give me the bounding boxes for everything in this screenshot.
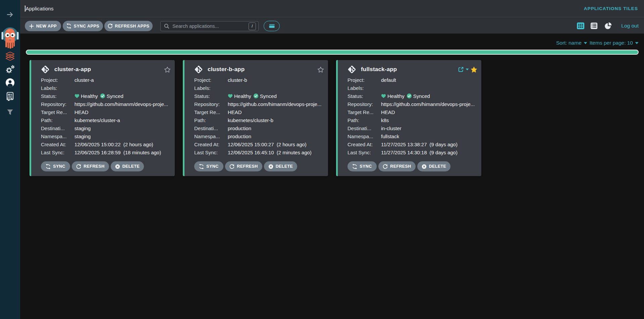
card-field-row: Target Re... HEAD xyxy=(41,108,170,116)
app-name[interactable]: cluster-b-app xyxy=(208,66,245,73)
external-link-icon[interactable] xyxy=(458,66,464,72)
refresh-button[interactable]: REFRESH xyxy=(378,161,416,171)
sort-dropdown[interactable]: Sort: name xyxy=(556,40,587,46)
field-label: Target Re... xyxy=(41,109,74,115)
card-field-row: Destinati... in-cluster xyxy=(347,124,477,132)
field-value: 12/06/2025 15:00:27(2 hours ago) xyxy=(228,142,307,147)
search-input[interactable] xyxy=(172,23,249,29)
button-label: SYNC xyxy=(53,164,65,169)
field-label: Created At: xyxy=(347,142,381,147)
button-label: DELETE xyxy=(429,164,446,169)
card-header: cluster-b-app xyxy=(194,65,324,74)
summary-pie-icon[interactable] xyxy=(604,22,612,30)
items-per-page-dropdown[interactable]: Items per page: 10 xyxy=(590,40,639,46)
field-value: HEAD xyxy=(381,109,395,115)
refresh-apps-label: REFRESH APPS xyxy=(115,24,150,29)
button-label: SYNC xyxy=(206,164,218,169)
sidebar-item-docs[interactable]: ? xyxy=(6,92,15,101)
application-card[interactable]: fullstack-app Project: default Labels: S… xyxy=(336,60,481,176)
list-view-icon[interactable] xyxy=(590,22,598,30)
delete-button[interactable]: DELETE xyxy=(417,161,450,171)
field-label: Target Re... xyxy=(194,109,228,115)
field-value: staging xyxy=(74,125,91,131)
sync-check-icon xyxy=(253,93,259,99)
card-header: cluster-a-app xyxy=(41,65,171,74)
sidebar-item-applications[interactable] xyxy=(5,51,15,61)
delete-button[interactable]: DELETE xyxy=(111,161,144,171)
sync-progress-bar xyxy=(26,50,639,55)
logout-link[interactable]: Log out xyxy=(621,18,639,34)
field-label: Last Sync: xyxy=(41,150,74,155)
list-controls: Sort: name Items per page: 10 xyxy=(556,40,639,46)
button-label: REFRESH xyxy=(84,164,105,169)
sync-status-text: Synced xyxy=(107,93,123,99)
button-label: REFRESH xyxy=(237,164,258,169)
chevron-down-icon[interactable] xyxy=(466,68,469,70)
argo-logo[interactable] xyxy=(1,26,19,49)
tiles-view-icon[interactable] xyxy=(577,22,585,30)
sync-icon xyxy=(199,164,204,169)
field-label: Status: xyxy=(347,93,381,99)
favorite-star-icon[interactable] xyxy=(317,66,324,73)
sync-button[interactable]: SYNC xyxy=(41,161,70,171)
card-accent-strip xyxy=(336,60,338,176)
card-field-row: Created At: 12/06/2025 15:00:22(2 hours … xyxy=(41,140,170,148)
card-field-row: Labels: xyxy=(347,84,477,92)
card-field-row: Labels: xyxy=(194,84,323,92)
refresh-button[interactable]: REFRESH xyxy=(225,161,262,171)
card-accent-strip xyxy=(183,60,184,176)
sidebar-item-settings[interactable] xyxy=(5,64,15,74)
sync-apps-label: SYNC APPS xyxy=(74,24,99,29)
card-field-row: Last Sync: 11/27/2025 14:30:18(9 days ag… xyxy=(347,148,477,156)
application-git-icon xyxy=(194,65,203,74)
field-label: Path: xyxy=(41,117,74,123)
search-box: / xyxy=(160,21,259,31)
app-name[interactable]: fullstack-app xyxy=(361,66,397,73)
button-label: SYNC xyxy=(360,164,372,169)
app-name[interactable]: cluster-a-app xyxy=(54,66,91,73)
card-field-row: Status: HealthySynced xyxy=(41,92,170,100)
sync-status-text: Synced xyxy=(413,93,430,99)
field-value: cluster-b xyxy=(228,77,247,83)
card-field-row: Last Sync: 12/06/2025 16:45:10(2 minutes… xyxy=(194,148,323,156)
cards-row: cluster-a-app Project: cluster-a Labels:… xyxy=(30,60,481,176)
search-icon xyxy=(164,23,169,29)
refresh-icon xyxy=(229,164,234,169)
field-label: Created At: xyxy=(41,142,74,147)
field-value: https://github.com/himanm/devops-proje..… xyxy=(74,101,168,107)
health-heart-icon xyxy=(381,94,386,98)
sidebar-filter-icon[interactable] xyxy=(6,109,14,116)
delete-button[interactable]: DELETE xyxy=(264,161,297,171)
refresh-apps-button[interactable]: REFRESH APPS xyxy=(104,21,153,31)
relative-time: (9 days ago) xyxy=(430,142,458,147)
chevron-down-icon xyxy=(584,42,587,44)
view-mode-label: APPLICATIONS TILES xyxy=(584,0,638,17)
application-card[interactable]: cluster-a-app Project: cluster-a Labels:… xyxy=(30,60,175,176)
application-card[interactable]: cluster-b-app Project: cluster-b Labels:… xyxy=(183,60,328,176)
sidebar-expand-arrow-icon[interactable] xyxy=(7,11,14,18)
refresh-button[interactable]: REFRESH xyxy=(72,161,109,171)
sync-button[interactable]: SYNC xyxy=(194,161,223,171)
sync-button[interactable]: SYNC xyxy=(347,161,377,171)
refresh-icon xyxy=(108,23,113,29)
sync-apps-button[interactable]: SYNC APPS xyxy=(63,21,103,31)
field-label: Created At: xyxy=(194,142,228,147)
new-app-button[interactable]: NEW APP xyxy=(25,21,61,31)
card-fields: Project: default Labels: Status: Healthy… xyxy=(347,76,477,156)
field-value: production xyxy=(228,125,251,131)
keyboard-hint-button[interactable] xyxy=(264,21,280,31)
sidebar-item-user[interactable] xyxy=(6,78,15,87)
sync-icon xyxy=(66,23,71,29)
card-field-row: Path: kubernetes/cluster-b xyxy=(194,116,323,124)
field-label: Last Sync: xyxy=(347,150,381,155)
argocd-applications-screen: ? Applications APPLICATIONS TILES NEW AP… xyxy=(0,0,644,319)
field-label: Target Re... xyxy=(347,109,381,115)
card-header: fullstack-app xyxy=(347,65,477,74)
favorite-star-icon[interactable] xyxy=(164,66,171,73)
application-git-icon xyxy=(347,65,357,74)
button-label: REFRESH xyxy=(390,164,411,169)
favorite-star-icon[interactable] xyxy=(471,66,477,73)
card-actions xyxy=(317,66,324,73)
field-label: Namespa... xyxy=(347,134,381,139)
plus-icon xyxy=(29,24,34,29)
